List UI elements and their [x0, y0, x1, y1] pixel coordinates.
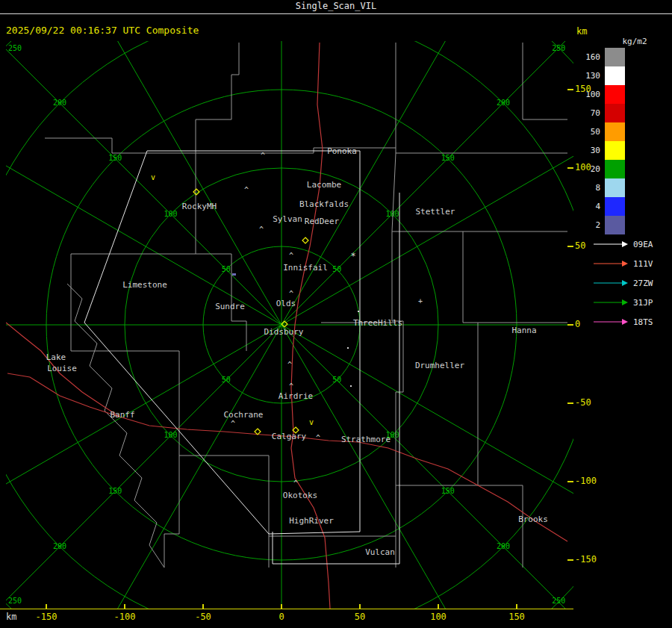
y-axis-tick-label: 0: [575, 319, 605, 329]
scale-value-label: 2: [576, 216, 600, 234]
city-label-sylvan: Sylvan: [273, 214, 302, 224]
ring-distance-label: 50: [332, 265, 341, 273]
city-label-stettler: Stettler: [416, 207, 455, 217]
city-label-rockymh: RockyMH: [182, 202, 217, 211]
scale-value-label: 160: [576, 48, 600, 66]
track-legend-row: 111V: [593, 258, 671, 269]
city-label-blackfalds: Blackfalds: [299, 199, 349, 209]
y-axis-tick-label: -100: [575, 476, 605, 486]
x-axis-tick-mark: [202, 604, 204, 609]
county-boundary: [478, 323, 523, 568]
y-axis-tick-mark: [567, 89, 573, 90]
ring-distance-label: 50: [222, 265, 231, 273]
weak-echo-pixel: [232, 273, 236, 276]
scale-color-swatch: [605, 216, 625, 234]
station-marker-diamond: [302, 237, 308, 243]
city-label-limestone: Limestone: [122, 280, 167, 290]
y-axis-tick-mark: [567, 324, 573, 326]
title-bar: Single_Scan_VIL: [0, 0, 672, 14]
city-label-airdrie: Airdrie: [279, 391, 313, 401]
scale-value-label: 70: [576, 104, 600, 122]
ring-distance-label: 100: [164, 431, 177, 439]
track-id-label: 31JP: [633, 298, 653, 308]
storm-motion-marker: v: [151, 173, 155, 181]
storm-motion-marker: v: [309, 418, 314, 426]
scale-value-label: 30: [576, 141, 600, 160]
marker-asterisk: *: [350, 251, 355, 261]
scale-color-swatch: [605, 85, 625, 104]
track-id-label: 18TS: [633, 317, 653, 327]
x-axis-line: [0, 609, 573, 609]
x-axis-tick-label: 50: [341, 612, 379, 622]
scale-value-label: 4: [576, 197, 600, 216]
city-label-lacombe: Lacombe: [307, 180, 341, 190]
x-axis-unit-label: km: [6, 612, 16, 622]
marker-dot: [358, 311, 359, 312]
city-label-hanna: Hanna: [511, 326, 536, 335]
scale-color-swatch: [605, 141, 625, 160]
ring-distance-label: 250: [552, 44, 565, 52]
track-id-label: 27ZW: [633, 279, 653, 288]
x-axis-tick-label: 0: [263, 612, 300, 622]
y-axis-tick-label: 150: [575, 84, 605, 94]
x-axis-tick-label: -100: [106, 612, 143, 622]
city-label-louise: Louise: [47, 364, 77, 373]
scale-value-label: 130: [576, 66, 600, 85]
radial-line: [78, 41, 282, 325]
city-label-sundre: Sundre: [215, 302, 245, 311]
y-axis-tick-mark: [567, 246, 573, 247]
city-label-didsbury: Didsbury: [264, 327, 304, 337]
town-marker-caret: ^: [289, 382, 293, 391]
town-marker-caret: ^: [316, 434, 320, 442]
ring-distance-label: 200: [53, 542, 66, 550]
ring-distance-label: 50: [222, 376, 231, 384]
ring-distance-label: 200: [497, 542, 510, 550]
ring-distance-label: 150: [108, 154, 122, 162]
scale-color-swatch: [605, 178, 625, 197]
y-axis-tick-label: 100: [575, 162, 605, 172]
x-axis-tick-mark: [281, 604, 282, 609]
radial-line: [281, 325, 573, 529]
city-label-banff: Banff: [110, 410, 134, 420]
county-boundary: [164, 456, 179, 568]
x-axis-tick-mark: [516, 604, 517, 609]
ring-distance-label: 250: [8, 44, 22, 52]
city-label-strathmore: Strathmore: [341, 435, 391, 444]
y-axis-tick-label: -50: [575, 397, 605, 408]
city-label-okotoks: Okotoks: [283, 491, 317, 500]
scale-value-label: 50: [576, 122, 600, 141]
city-label-reddeer: RedDeer: [305, 217, 340, 226]
marker-dot: [347, 347, 349, 349]
ring-distance-label: 250: [8, 597, 22, 605]
track-id-label: 09EA: [633, 240, 653, 249]
track-id-label: 111V: [633, 259, 653, 269]
x-axis-tick-label: 150: [498, 612, 535, 622]
y-axis-tick-mark: [567, 402, 573, 404]
ring-distance-label: 200: [497, 99, 510, 107]
ring-distance-label: 150: [441, 154, 455, 162]
ring-distance-label: 150: [441, 487, 455, 495]
city-label-brooks: Brooks: [518, 514, 548, 524]
county-boundary: [196, 43, 239, 153]
marker-plus: +: [418, 297, 423, 305]
town-marker-caret: ^: [289, 252, 293, 260]
x-axis-tick-label: -150: [28, 612, 65, 622]
radar-app-window: Single_Scan_VIL 2025/09/22 00:16:37 UTC …: [0, 0, 672, 628]
y-axis-tick-mark: [567, 559, 573, 561]
city-label-innisfail: Innisfail: [283, 263, 328, 273]
town-marker-caret: ^: [231, 420, 235, 428]
x-axis-tick-mark: [124, 604, 125, 609]
track-legend-row: 31JP: [593, 297, 671, 308]
ring-distance-label: 150: [108, 487, 122, 495]
town-marker-caret: ^: [287, 361, 292, 369]
track-arrow-icon: [593, 259, 629, 268]
radar-map: 5050505010010010010015015015015020020020…: [6, 41, 573, 609]
scale-color-swatch: [605, 122, 625, 141]
scale-color-swatch: [605, 66, 625, 85]
y-axis-unit-label: km: [576, 26, 587, 37]
town-marker-caret: ^: [289, 290, 293, 298]
city-label-threehills: ThreeHills: [353, 318, 402, 328]
window-title: Single_Scan_VIL: [296, 1, 376, 11]
x-axis-tick-label: 100: [420, 612, 457, 622]
scale-value-label: 8: [576, 178, 600, 197]
